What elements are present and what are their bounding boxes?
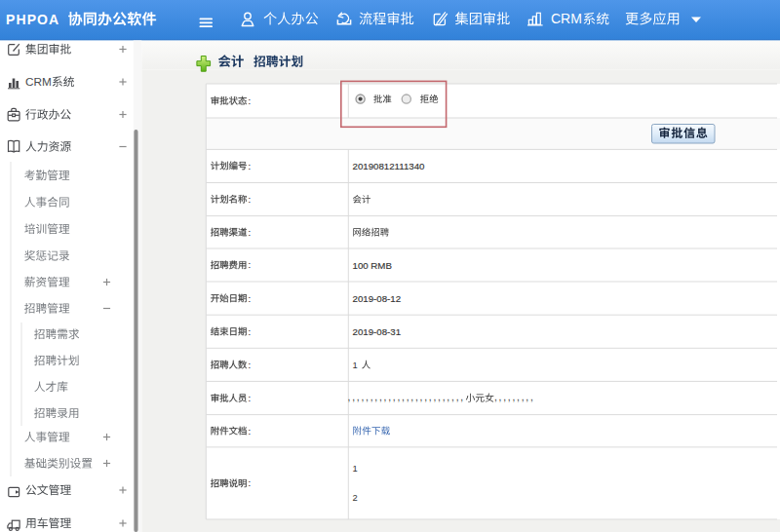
svg-text:100 RMB: 100 RMB bbox=[353, 260, 392, 271]
svg-text:2: 2 bbox=[353, 492, 358, 503]
svg-text::: : bbox=[248, 194, 251, 205]
svg-text:,,,,,,,,,,,,,,,,,,,,,,,,,,: ,,,,,,,,,,,,,,,,,,,,,,,,,, bbox=[348, 392, 465, 402]
svg-text::: : bbox=[248, 95, 251, 106]
svg-text::: : bbox=[248, 360, 251, 370]
svg-text:CRM: CRM bbox=[551, 11, 582, 26]
svg-text:CRM: CRM bbox=[25, 75, 52, 89]
svg-text:1: 1 bbox=[353, 463, 358, 474]
svg-text:2019-08-12: 2019-08-12 bbox=[353, 293, 402, 304]
svg-text:PHPOA: PHPOA bbox=[6, 12, 59, 27]
svg-text::: : bbox=[248, 426, 251, 437]
svg-text::: : bbox=[248, 293, 251, 304]
svg-text::: : bbox=[248, 227, 251, 238]
svg-text:1: 1 bbox=[353, 360, 358, 370]
svg-text::: : bbox=[248, 477, 251, 488]
svg-text:2019-08-31: 2019-08-31 bbox=[353, 326, 402, 337]
svg-text::: : bbox=[248, 326, 251, 337]
svg-text::: : bbox=[248, 161, 251, 171]
svg-text::: : bbox=[248, 259, 251, 270]
svg-text::: : bbox=[248, 393, 251, 403]
svg-text:20190812111340: 20190812111340 bbox=[353, 161, 426, 171]
svg-text:,,,,,,,,,: ,,,,,,,,, bbox=[494, 392, 535, 402]
